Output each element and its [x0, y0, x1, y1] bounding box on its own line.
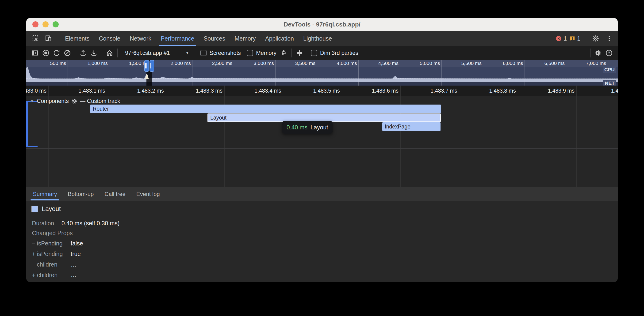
divider — [117, 48, 118, 57]
event-legend: Layout — [32, 205, 61, 213]
screenshots-label: Screenshots — [210, 50, 241, 56]
flamechart-area[interactable]: ▼ Components — Custom track Router Layou… — [26, 96, 618, 187]
tab-call-tree[interactable]: Call tree — [101, 187, 129, 201]
live-metrics-home-button[interactable] — [104, 48, 115, 58]
timeline-overview[interactable]: 500 ms 1,000 ms 1,500 ms 2,000 ms 2,500 … — [26, 60, 618, 86]
prop-name: – children — [32, 261, 71, 268]
prop-row: + children … — [32, 272, 76, 279]
memory-label: Memory — [256, 50, 276, 56]
flame-bar-router[interactable]: Router — [90, 105, 441, 113]
divider — [585, 34, 585, 43]
prop-row: + isPending true — [32, 250, 81, 257]
ruler-tick: 1,483.0 ms — [26, 86, 48, 96]
cpu-activity-sparkline — [26, 60, 618, 86]
help-button[interactable]: ? — [604, 48, 614, 58]
tab-console[interactable]: Console — [94, 31, 125, 46]
tab-memory[interactable]: Memory — [230, 31, 260, 46]
record-button[interactable] — [40, 48, 51, 58]
window-title: DevTools - 97r6ql.csb.app/ — [26, 18, 618, 31]
ruler-tick: 1,483.5 ms — [281, 86, 342, 96]
record-icon — [42, 49, 50, 57]
net-baseline — [26, 78, 618, 79]
flame-bar-layout[interactable]: Layout — [208, 113, 441, 122]
ruler-tick: 1,483.8 ms — [457, 86, 518, 96]
gear-icon — [594, 49, 602, 57]
clear-icon — [64, 49, 71, 57]
inspect-element-button[interactable] — [30, 33, 41, 44]
tab-performance[interactable]: Performance — [156, 31, 199, 46]
sidebar-toggle-icon — [32, 49, 38, 56]
checkbox-box — [247, 50, 253, 56]
home-icon — [106, 49, 113, 57]
chevron-down-icon[interactable]: ▼ — [186, 51, 190, 55]
throttling-shortcut-button[interactable] — [294, 48, 305, 58]
ruler-tick: 1,483.1 ms — [46, 86, 107, 96]
tab-event-log[interactable]: Event log — [132, 187, 164, 201]
help-icon: ? — [605, 49, 613, 57]
tab-sources[interactable]: Sources — [199, 31, 230, 46]
divider — [292, 48, 292, 57]
kebab-menu-icon — [606, 35, 612, 42]
device-toolbar-button[interactable] — [43, 33, 54, 44]
ruler-tick: 1,483.4 ms — [222, 86, 283, 96]
load-profile-button[interactable] — [78, 48, 88, 58]
divider — [590, 48, 590, 57]
duration-label: Duration — [32, 220, 62, 227]
inspect-icon — [32, 35, 39, 42]
settings-button[interactable] — [590, 33, 601, 44]
prop-name: – isPending — [32, 240, 71, 247]
ruler-tick: 1,483.7 ms — [398, 86, 459, 96]
flame-bar-indexpage[interactable]: IndexPage — [382, 122, 440, 131]
event-title: Layout — [42, 205, 61, 213]
devtools-window: DevTools - 97r6ql.csb.app/ Elements Cons… — [26, 18, 618, 282]
gear-icon — [592, 35, 600, 42]
device-toolbar-icon — [45, 35, 52, 42]
toggle-sidebar-button[interactable] — [30, 48, 40, 58]
duration-value: 0.40 ms (self 0.30 ms) — [62, 220, 120, 227]
tab-application[interactable]: Application — [260, 31, 298, 46]
performance-toolbar: 97r6ql.csb.app #1 ▼ Screenshots Memory D… — [26, 46, 618, 60]
divider — [192, 48, 192, 57]
tab-network[interactable]: Network — [125, 31, 156, 46]
prop-value: … — [71, 272, 76, 279]
cpu-lane-label: CPU — [603, 66, 616, 73]
clear-button[interactable] — [62, 48, 73, 58]
selection-handle-right[interactable] — [150, 60, 154, 72]
history-select[interactable]: 97r6ql.csb.app #1 — [125, 50, 170, 56]
tab-lighthouse[interactable]: Lighthouse — [298, 31, 336, 46]
error-count: 1 — [564, 35, 567, 42]
selection-handle-left[interactable] — [144, 60, 149, 72]
divider — [58, 34, 58, 43]
tab-bottom-up[interactable]: Bottom-up — [64, 187, 98, 201]
save-profile-button[interactable] — [88, 48, 99, 58]
ruler-tick: 1,483.2 ms — [105, 86, 166, 96]
screenshots-checkbox[interactable]: Screenshots — [200, 50, 241, 56]
record-and-reload-button[interactable] — [51, 48, 62, 58]
changed-props-header: Changed Props — [32, 230, 73, 237]
selected-track-bracket — [26, 101, 28, 147]
prop-row: – isPending false — [32, 240, 83, 247]
error-badge[interactable]: 1 — [556, 35, 567, 42]
track-title: Components — [37, 98, 69, 104]
more-options-button[interactable] — [604, 33, 615, 44]
tab-elements[interactable]: Elements — [60, 31, 94, 46]
event-color-swatch — [32, 206, 38, 212]
capture-settings-button[interactable] — [593, 48, 604, 58]
expander-triangle-icon[interactable]: ▼ — [30, 99, 34, 104]
track-divider — [26, 184, 618, 184]
warning-icon — [569, 35, 576, 42]
warning-badge[interactable]: 1 — [569, 35, 580, 42]
divider — [102, 48, 102, 57]
prop-name: + isPending — [32, 250, 71, 257]
collect-garbage-button[interactable] — [278, 48, 289, 58]
track-divider — [26, 148, 618, 149]
dim-3rd-parties-checkbox[interactable]: Dim 3rd parties — [311, 50, 358, 56]
panel-tabs: Elements Console Network Performance Sou… — [60, 31, 336, 46]
memory-checkbox[interactable]: Memory — [247, 50, 276, 56]
dim-3rd-parties-label: Dim 3rd parties — [320, 50, 358, 56]
prop-value: true — [71, 250, 81, 257]
tab-summary[interactable]: Summary — [29, 187, 61, 201]
track-header-components[interactable]: ▼ Components — Custom track — [30, 98, 120, 104]
upload-icon — [79, 49, 87, 57]
download-icon — [90, 49, 98, 57]
